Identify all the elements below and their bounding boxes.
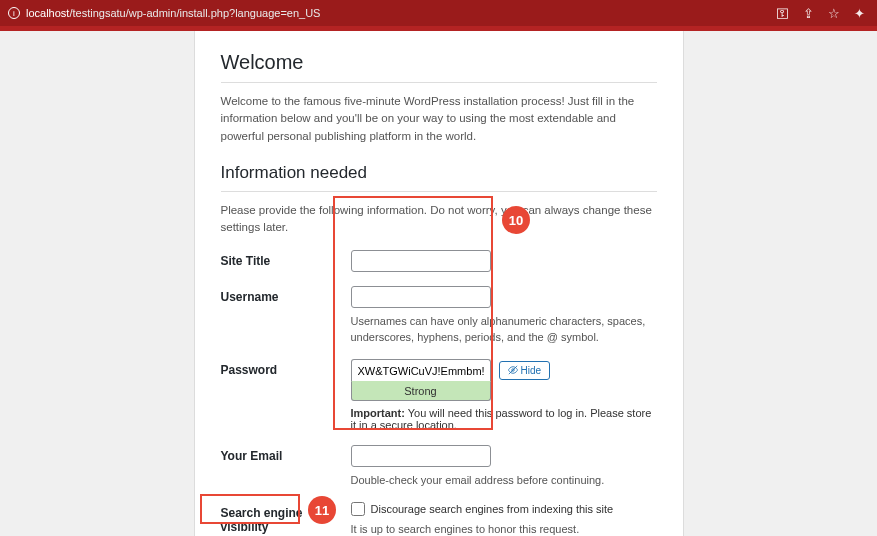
welcome-text: Welcome to the famous five-minute WordPr…: [221, 93, 657, 145]
install-card: Welcome Welcome to the famous five-minut…: [194, 31, 684, 536]
username-label: Username: [221, 286, 351, 304]
search-visibility-label: Search engine visibility: [221, 502, 351, 534]
email-label: Your Email: [221, 445, 351, 463]
key-icon[interactable]: ⚿: [776, 6, 789, 21]
password-input[interactable]: [351, 359, 491, 381]
username-input[interactable]: [351, 286, 491, 308]
welcome-heading: Welcome: [221, 51, 657, 74]
eye-slash-icon: [508, 365, 518, 375]
url-text[interactable]: localhost/testingsatu/wp-admin/install.p…: [26, 7, 320, 19]
info-text: Please provide the following information…: [221, 202, 657, 237]
divider: [221, 191, 657, 192]
extensions-icon[interactable]: ✦: [854, 6, 865, 21]
search-visibility-checkbox-label: Discourage search engines from indexing …: [371, 503, 614, 515]
browser-address-bar: i localhost/testingsatu/wp-admin/install…: [0, 0, 877, 26]
site-info-icon[interactable]: i: [8, 7, 20, 19]
email-help: Double-check your email address before c…: [351, 473, 657, 488]
svg-line-1: [508, 366, 516, 374]
divider: [221, 82, 657, 83]
password-important-note: Important: You will need this password t…: [351, 407, 657, 431]
share-icon[interactable]: ⇪: [803, 6, 814, 21]
password-label: Password: [221, 359, 351, 377]
star-icon[interactable]: ☆: [828, 6, 840, 21]
site-title-label: Site Title: [221, 250, 351, 268]
email-input[interactable]: [351, 445, 491, 467]
search-visibility-checkbox[interactable]: [351, 502, 365, 516]
hide-password-button[interactable]: Hide: [499, 361, 551, 380]
search-visibility-note: It is up to search engines to honor this…: [351, 522, 657, 536]
info-heading: Information needed: [221, 163, 657, 183]
site-title-input[interactable]: [351, 250, 491, 272]
password-strength: Strong: [351, 381, 491, 401]
username-help: Usernames can have only alphanumeric cha…: [351, 314, 657, 345]
